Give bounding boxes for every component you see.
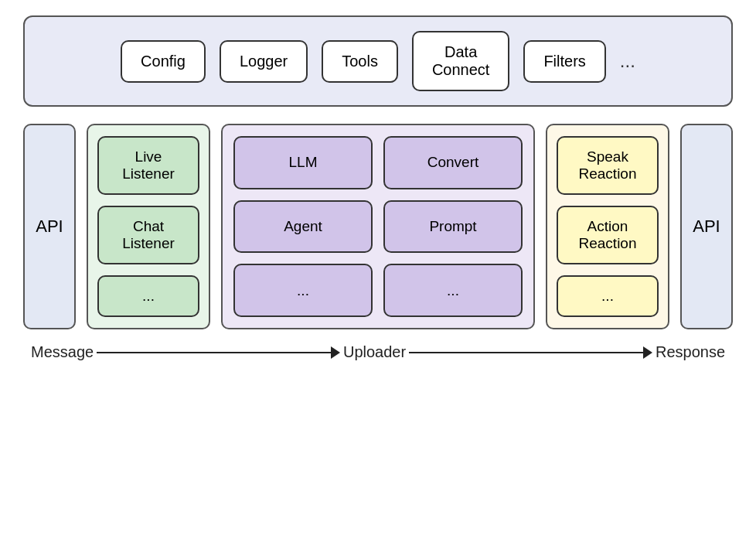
api-left: API (23, 124, 76, 329)
flow-row: Message Uploader Response (23, 343, 733, 361)
top-section: Config Logger Tools DataConnect Filters … (23, 15, 733, 107)
action-reaction-box: ActionReaction (557, 206, 659, 264)
flow-response-label: Response (656, 343, 725, 361)
logger-box: Logger (220, 40, 308, 83)
llm-box: LLM (233, 136, 373, 189)
flow-arrow-head-1 (331, 346, 340, 359)
flow-uploader-label: Uploader (343, 343, 406, 361)
agent-box: Agent (233, 200, 373, 254)
convert-box: Convert (383, 136, 523, 189)
flow-arrow-line-1 (97, 352, 331, 353)
chat-listener-box: ChatListener (97, 206, 199, 264)
listener-ellipsis-box: ... (97, 275, 199, 317)
live-listener-box: LiveListener (97, 136, 199, 195)
uploader-section: LLM Convert Agent Prompt ... ... (221, 124, 535, 329)
tools-box: Tools (322, 40, 398, 83)
reaction-ellipsis-box: ... (557, 275, 659, 317)
filters-box: Filters (523, 40, 605, 83)
prompt-box: Prompt (383, 200, 523, 254)
reactions-section: SpeakReaction ActionReaction ... (546, 124, 669, 329)
data-connect-box: DataConnect (412, 31, 510, 91)
speak-reaction-box: SpeakReaction (557, 136, 659, 195)
flow-arrow-2 (409, 346, 652, 359)
uploader-ellipsis-box-1: ... (233, 264, 373, 317)
flow-message-label: Message (31, 343, 94, 361)
flow-arrow-line-2 (409, 352, 643, 353)
main-section: API LiveListener ChatListener ... LLM Co… (23, 124, 733, 329)
flow-arrow-1 (97, 346, 340, 359)
listeners-section: LiveListener ChatListener ... (87, 124, 210, 329)
api-right: API (680, 124, 733, 329)
top-ellipsis: ... (620, 50, 635, 72)
config-box: Config (121, 40, 206, 83)
flow-arrow-head-2 (643, 346, 652, 359)
uploader-ellipsis-box-2: ... (383, 264, 523, 317)
